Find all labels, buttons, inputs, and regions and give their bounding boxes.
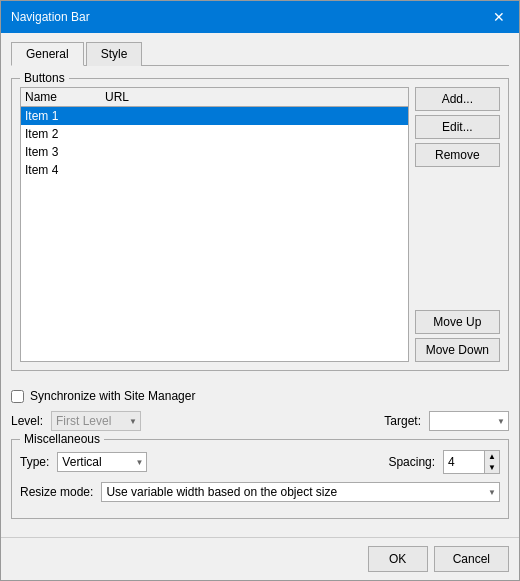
sync-checkbox-label[interactable]: Synchronize with Site Manager xyxy=(30,389,195,403)
spacing-input-wrapper: ▲ ▼ xyxy=(443,450,500,474)
col-name-header: Name xyxy=(25,90,105,104)
level-target-row: Level: First Level Target: xyxy=(11,411,509,431)
item-name: Item 3 xyxy=(25,145,58,159)
spin-up-button[interactable]: ▲ xyxy=(485,451,499,462)
target-select[interactable] xyxy=(429,411,509,431)
misc-group: Miscellaneous Type: Vertical Horizontal … xyxy=(11,439,509,519)
list-item[interactable]: Item 4 xyxy=(21,161,408,179)
list-item[interactable]: Item 2 xyxy=(21,125,408,143)
buttons-group-label: Buttons xyxy=(20,71,69,85)
spacing-label: Spacing: xyxy=(388,455,435,469)
type-spacing-row: Type: Vertical Horizontal Spacing: ▲ ▼ xyxy=(20,450,500,474)
col-url-header: URL xyxy=(105,90,129,104)
move-down-button[interactable]: Move Down xyxy=(415,338,500,362)
resize-mode-select[interactable]: Use variable width based on the object s… xyxy=(101,482,500,502)
add-button[interactable]: Add... xyxy=(415,87,500,111)
title-bar: Navigation Bar ✕ xyxy=(1,1,519,33)
move-up-button[interactable]: Move Up xyxy=(415,310,500,334)
tab-style[interactable]: Style xyxy=(86,42,143,66)
dialog: Navigation Bar ✕ General Style Buttons N… xyxy=(0,0,520,581)
list-item[interactable]: Item 1 xyxy=(21,107,408,125)
list-header: Name URL xyxy=(21,88,408,107)
level-label: Level: xyxy=(11,414,43,428)
spin-down-button[interactable]: ▼ xyxy=(485,462,499,473)
level-select[interactable]: First Level xyxy=(51,411,141,431)
sync-checkbox-row: Synchronize with Site Manager xyxy=(11,389,509,403)
target-label: Target: xyxy=(384,414,421,428)
ok-button[interactable]: OK xyxy=(368,546,428,572)
spacing-input[interactable] xyxy=(444,453,484,471)
level-select-wrapper: First Level xyxy=(51,411,141,431)
dialog-footer: OK Cancel xyxy=(1,537,519,580)
type-label: Type: xyxy=(20,455,49,469)
item-name: Item 1 xyxy=(25,109,58,123)
resize-mode-select-wrapper: Use variable width based on the object s… xyxy=(101,482,500,502)
side-buttons: Add... Edit... Remove Move Up Move Down xyxy=(415,87,500,362)
item-name: Item 4 xyxy=(25,163,58,177)
sync-checkbox[interactable] xyxy=(11,390,24,403)
cancel-button[interactable]: Cancel xyxy=(434,546,509,572)
buttons-area: Name URL Item 1 Item 2 Item 3 xyxy=(20,87,500,362)
spin-buttons: ▲ ▼ xyxy=(484,451,499,473)
misc-group-label: Miscellaneous xyxy=(20,432,104,446)
buttons-group: Buttons Name URL Item 1 Item 2 xyxy=(11,78,509,371)
tab-general[interactable]: General xyxy=(11,42,84,66)
remove-button[interactable]: Remove xyxy=(415,143,500,167)
resize-mode-row: Resize mode: Use variable width based on… xyxy=(20,482,500,502)
resize-mode-label: Resize mode: xyxy=(20,485,93,499)
edit-button[interactable]: Edit... xyxy=(415,115,500,139)
target-select-wrapper xyxy=(429,411,509,431)
tabs-container: General Style xyxy=(11,41,509,66)
type-select[interactable]: Vertical Horizontal xyxy=(57,452,147,472)
dialog-title: Navigation Bar xyxy=(11,10,90,24)
close-button[interactable]: ✕ xyxy=(489,7,509,27)
items-list[interactable]: Name URL Item 1 Item 2 Item 3 xyxy=(20,87,409,362)
type-select-wrapper: Vertical Horizontal xyxy=(57,452,147,472)
list-item[interactable]: Item 3 xyxy=(21,143,408,161)
item-name: Item 2 xyxy=(25,127,58,141)
dialog-content: General Style Buttons Name URL Item 1 xyxy=(1,33,519,537)
